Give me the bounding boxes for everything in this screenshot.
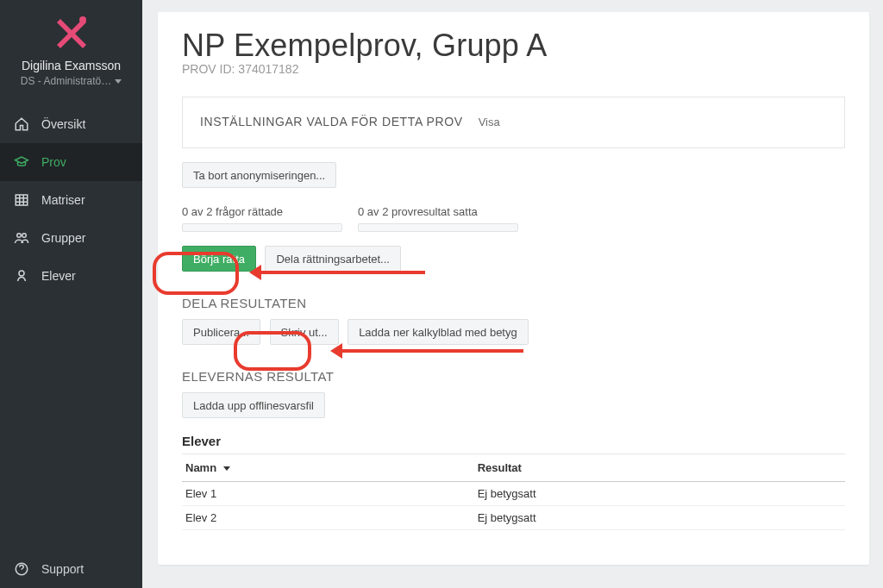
col-result-header[interactable]: Resultat	[474, 454, 845, 482]
section-share-title: DELA RESULTATEN	[182, 296, 845, 310]
sidebar-item-prov[interactable]: Prov	[0, 143, 142, 181]
progress-results: 0 av 2 provresultat satta	[358, 205, 518, 232]
settings-box: INSTÄLLNINGAR VALDA FÖR DETTA PROV Visa	[182, 97, 845, 148]
sidebar-item-elever[interactable]: Elever	[0, 257, 142, 295]
sidebar: Digilina Examsson DS - Administratö… Öve…	[0, 0, 142, 588]
nav-label: Matriser	[41, 193, 85, 207]
user-role-text: DS - Administratö…	[21, 75, 111, 87]
sidebar-bottom: Support	[0, 550, 142, 588]
nav-label: Grupper	[41, 231, 85, 245]
main: NP Exempelprov, Grupp A PROV ID: 3740171…	[142, 0, 883, 588]
cell-name: Elev 1	[182, 482, 474, 506]
progress-questions-bar	[182, 223, 342, 232]
cell-result: Ej betygsatt	[474, 506, 845, 530]
nav-label: Prov	[41, 155, 66, 169]
share-grading-button[interactable]: Dela rättningsarbetet...	[265, 246, 401, 272]
page-title: NP Exempelprov, Grupp A	[182, 28, 845, 64]
progress-questions: 0 av 2 frågor rättade	[182, 205, 342, 232]
sidebar-item-support[interactable]: Support	[0, 550, 142, 588]
chevron-down-icon	[115, 79, 122, 84]
nav-label: Support	[41, 562, 84, 576]
app-root: Digilina Examsson DS - Administratö… Öve…	[0, 0, 883, 588]
anon-row: Ta bort anonymiseringen...	[182, 162, 845, 188]
upload-row: Ladda upp offlinesvarsfil	[182, 392, 845, 418]
settings-show-link[interactable]: Visa	[479, 116, 500, 128]
help-icon	[14, 561, 29, 577]
svg-point-0	[79, 16, 86, 23]
share-row: Publicera... Skriv ut... Ladda ner kalky…	[182, 319, 845, 345]
cell-result: Ej betygsatt	[474, 482, 845, 506]
home-icon	[14, 116, 29, 132]
table-row[interactable]: Elev 2 Ej betygsatt	[182, 506, 845, 530]
sidebar-item-overview[interactable]: Översikt	[0, 105, 142, 143]
sidebar-item-matriser[interactable]: Matriser	[0, 181, 142, 219]
progress-results-bar	[358, 223, 518, 232]
user-role-dropdown[interactable]: DS - Administratö…	[21, 75, 122, 87]
remove-anon-button[interactable]: Ta bort anonymiseringen...	[182, 162, 336, 188]
print-button[interactable]: Skriv ut...	[270, 319, 339, 345]
table-caption: Elever	[182, 434, 845, 448]
card: NP Exempelprov, Grupp A PROV ID: 3740171…	[158, 12, 869, 565]
graduation-cap-icon	[14, 154, 29, 170]
col-name-header[interactable]: Namn	[182, 454, 474, 482]
download-sheet-button[interactable]: Ladda ner kalkylblad med betyg	[348, 319, 529, 345]
user-name: Digilina Examsson	[7, 59, 135, 72]
progress-row: 0 av 2 frågor rättade 0 av 2 provresulta…	[182, 205, 845, 232]
page-subtitle: PROV ID: 374017182	[182, 62, 845, 76]
user-block: Digilina Examsson DS - Administratö…	[0, 57, 142, 100]
cell-name: Elev 2	[182, 506, 474, 530]
table-header-row: Namn Resultat	[182, 454, 845, 482]
section-students-title: ELEVERNAS RESULTAT	[182, 369, 845, 384]
sort-desc-icon	[223, 466, 230, 471]
nav-label: Översikt	[41, 117, 85, 131]
students-table: Namn Resultat Elev 1 Ej betygsatt Elev 2…	[182, 454, 845, 530]
group-icon	[14, 230, 29, 246]
logo-icon	[52, 12, 91, 52]
sidebar-item-grupper[interactable]: Grupper	[0, 219, 142, 257]
nav-list: Översikt Prov Matriser Grupper Elever	[0, 105, 142, 295]
col-name-label: Namn	[185, 461, 216, 474]
progress-results-label: 0 av 2 provresultat satta	[358, 205, 518, 218]
annotation-arrow	[342, 349, 523, 353]
grid-icon	[14, 192, 29, 208]
logo-wrap	[0, 0, 142, 57]
progress-questions-label: 0 av 2 frågor rättade	[182, 205, 342, 218]
publish-button[interactable]: Publicera...	[182, 319, 260, 345]
start-grade-button[interactable]: Börja rätta	[182, 246, 256, 272]
user-badge-icon	[14, 268, 29, 284]
svg-point-1	[19, 271, 24, 276]
nav-label: Elever	[41, 269, 76, 283]
grading-row: Börja rätta Dela rättningsarbetet...	[182, 246, 845, 272]
settings-label: INSTÄLLNINGAR VALDA FÖR DETTA PROV	[200, 115, 463, 128]
upload-offline-button[interactable]: Ladda upp offlinesvarsfil	[182, 392, 325, 418]
table-row[interactable]: Elev 1 Ej betygsatt	[182, 482, 845, 506]
